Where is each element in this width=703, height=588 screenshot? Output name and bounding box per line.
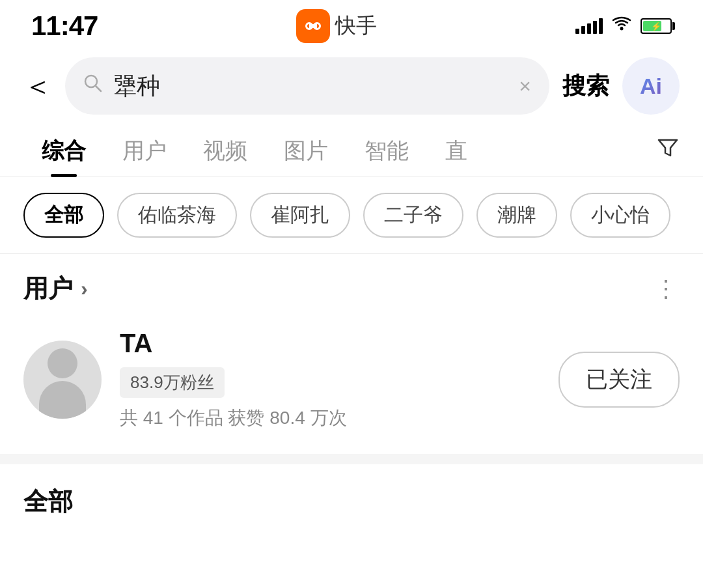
search-area: ＜ 犟种 × 搜索 Ai [0,47,703,125]
chip-youlin[interactable]: 佑临茶海 [117,193,237,238]
tab-smart[interactable]: 智能 [346,125,427,177]
more-options-button[interactable]: ⋮ [654,275,680,303]
user-stats: 共 41 个作品 获赞 80.4 万次 [120,406,540,430]
chip-cuiazha[interactable]: 崔阿扎 [250,193,350,238]
user-card: TA 83.9万粉丝 共 41 个作品 获赞 80.4 万次 已关注 [0,316,703,454]
users-section-title[interactable]: 用户 › [23,272,88,305]
status-time: 11:47 [31,10,98,42]
section-divider [0,454,703,464]
svg-rect-4 [309,24,317,28]
wifi-icon [612,16,631,36]
search-button[interactable]: 搜索 [562,70,609,102]
users-section-header: 用户 › ⋮ [0,254,703,316]
ai-label: Ai [640,74,662,99]
tab-images[interactable]: 图片 [266,125,346,177]
chip-all[interactable]: 全部 [23,193,104,238]
kuaishou-icon [296,9,330,43]
search-input-container[interactable]: 犟种 × [65,57,549,115]
status-icons: ⚡ [575,16,672,36]
svg-point-5 [620,27,623,30]
avatar [23,341,102,419]
ai-button[interactable]: Ai [622,57,680,115]
svg-line-7 [96,86,101,91]
status-center: 快手 [296,9,377,43]
svg-marker-8 [659,140,677,156]
tab-bar: 综合 用户 视频 图片 智能 直 [0,125,703,177]
chip-xiaoxinyi[interactable]: 小心怡 [570,193,670,238]
follow-button[interactable]: 已关注 [558,352,680,408]
app-name: 快手 [335,12,377,40]
tab-users[interactable]: 用户 [104,125,185,177]
filter-button[interactable] [656,136,680,165]
filter-icon [656,136,680,165]
signal-icon [575,18,603,34]
all-section-title: 全部 [23,488,73,515]
filter-chips: 全部 佑临茶海 崔阿扎 二子爷 潮牌 小心怡 [0,177,703,253]
search-query[interactable]: 犟种 [113,70,508,102]
avatar-person [39,348,86,419]
chip-chaopai[interactable]: 潮牌 [476,193,557,238]
tab-videos[interactable]: 视频 [185,125,266,177]
tab-comprehensive[interactable]: 综合 [23,125,104,177]
chevron-right-icon: › [81,277,88,301]
tab-live[interactable]: 直 [427,125,486,177]
chip-erziye[interactable]: 二子爷 [363,193,463,238]
user-info: TA 83.9万粉丝 共 41 个作品 获赞 80.4 万次 [120,329,540,430]
status-bar: 11:47 快手 [0,0,703,47]
clear-button[interactable]: × [519,74,531,98]
search-icon [83,74,103,98]
user-fans-badge: 83.9万粉丝 [120,367,225,398]
user-name: TA [120,329,540,358]
back-button[interactable]: ＜ [23,72,52,100]
battery-icon: ⚡ [641,18,672,34]
all-section: 全部 [0,464,703,539]
